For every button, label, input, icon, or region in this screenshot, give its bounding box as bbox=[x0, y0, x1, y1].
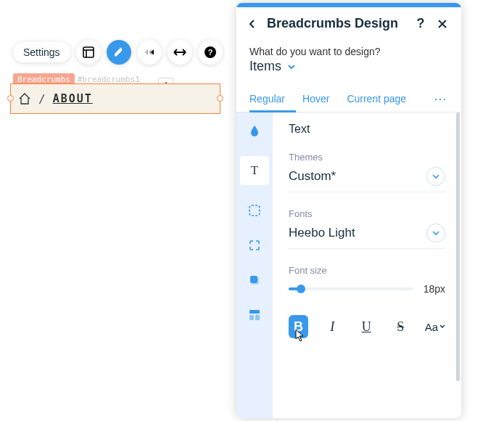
svg-rect-11 bbox=[255, 315, 260, 320]
component-toolbar: Settings ? bbox=[13, 40, 223, 65]
svg-rect-0 bbox=[83, 47, 94, 57]
case-label: Aa bbox=[425, 321, 438, 333]
shadow-icon[interactable] bbox=[245, 271, 264, 290]
design-panel: Breadcrumbs Design ? What do you want to… bbox=[236, 3, 461, 418]
svg-rect-10 bbox=[249, 315, 254, 320]
panel-title: Breadcrumbs Design bbox=[267, 16, 406, 31]
case-button[interactable]: Aa bbox=[425, 315, 445, 338]
border-dashed-icon[interactable] bbox=[245, 201, 264, 220]
divider bbox=[289, 248, 445, 249]
svg-rect-8 bbox=[250, 276, 257, 283]
stretch-icon[interactable] bbox=[168, 40, 192, 65]
tabs-more-icon[interactable]: ⋯ bbox=[434, 91, 448, 107]
text-format-row: B I U S Aa bbox=[289, 315, 445, 338]
scrollbar[interactable] bbox=[456, 113, 460, 381]
bold-button[interactable]: B bbox=[289, 315, 308, 338]
design-content: Text Themes Custom* Fonts Heebo Light Fo… bbox=[273, 113, 461, 418]
layout-icon[interactable] bbox=[76, 40, 101, 65]
svg-text:?: ? bbox=[207, 48, 212, 57]
themes-dropdown[interactable]: Custom* bbox=[289, 167, 445, 186]
spacing-icon[interactable] bbox=[245, 306, 264, 324]
strikethrough-button[interactable]: S bbox=[391, 315, 410, 338]
fontsize-value: 18px bbox=[424, 283, 445, 295]
home-icon[interactable] bbox=[18, 92, 31, 105]
fonts-dropdown[interactable]: Heebo Light bbox=[289, 224, 445, 242]
design-category-rail: T bbox=[236, 113, 273, 418]
chevron-down-icon bbox=[439, 324, 445, 329]
fill-icon[interactable] bbox=[245, 121, 264, 140]
breadcrumb-component[interactable]: / ABOUT bbox=[10, 83, 220, 114]
resize-handle-right[interactable] bbox=[217, 95, 223, 102]
close-icon[interactable] bbox=[435, 17, 450, 31]
fonts-label: Fonts bbox=[289, 208, 445, 219]
fontsize-label: Font size bbox=[289, 265, 445, 276]
tab-regular[interactable]: Regular bbox=[249, 86, 285, 112]
cursor-icon bbox=[295, 329, 308, 343]
tab-hover[interactable]: Hover bbox=[302, 86, 329, 112]
back-icon[interactable] bbox=[245, 17, 260, 31]
corners-icon[interactable] bbox=[245, 236, 264, 255]
italic-button[interactable]: I bbox=[323, 315, 342, 338]
fontsize-slider[interactable] bbox=[289, 287, 413, 290]
settings-button[interactable]: Settings bbox=[13, 42, 70, 62]
design-prompt: What do you want to design? bbox=[236, 40, 461, 57]
design-target-dropdown[interactable]: Items bbox=[236, 57, 461, 86]
breadcrumb-current-page[interactable]: ABOUT bbox=[53, 92, 93, 105]
help-icon[interactable]: ? bbox=[198, 40, 223, 65]
underline-button[interactable]: U bbox=[357, 315, 376, 338]
text-icon[interactable]: T bbox=[240, 156, 269, 185]
breadcrumb-separator: / bbox=[38, 92, 46, 106]
themes-label: Themes bbox=[289, 152, 445, 163]
svg-rect-6 bbox=[249, 205, 260, 216]
chevron-down-icon bbox=[426, 167, 445, 186]
fonts-value: Heebo Light bbox=[289, 226, 355, 240]
animation-icon[interactable] bbox=[137, 40, 162, 65]
chevron-down-icon bbox=[287, 64, 296, 70]
design-target-value: Items bbox=[249, 59, 281, 74]
svg-text:T: T bbox=[251, 164, 258, 176]
slider-thumb[interactable] bbox=[297, 285, 305, 293]
tab-current-page[interactable]: Current page bbox=[347, 86, 406, 112]
panel-help-icon[interactable]: ? bbox=[413, 17, 428, 31]
chevron-down-icon bbox=[426, 224, 445, 242]
design-icon[interactable] bbox=[107, 40, 131, 65]
state-tabs: Regular Hover Current page ⋯ bbox=[236, 86, 461, 113]
svg-rect-9 bbox=[249, 310, 260, 314]
themes-value: Custom* bbox=[289, 169, 336, 184]
resize-handle-left[interactable] bbox=[7, 95, 14, 102]
divider bbox=[289, 192, 445, 192]
section-title-text: Text bbox=[289, 123, 445, 136]
